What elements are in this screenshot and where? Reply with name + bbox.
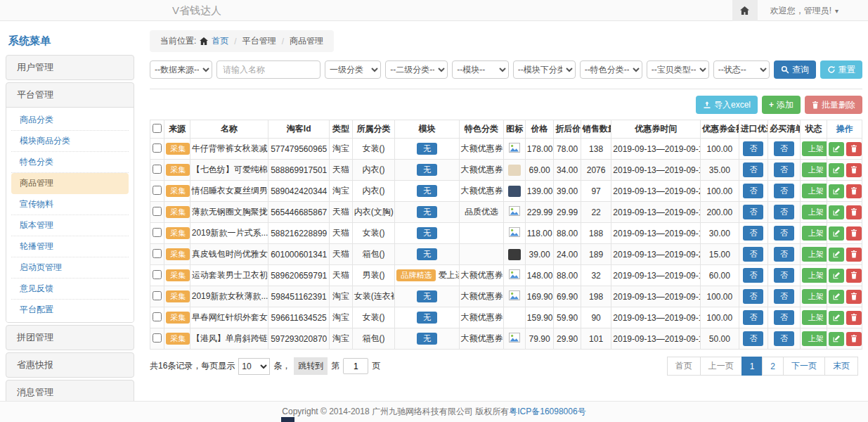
edit-button[interactable] — [829, 184, 844, 198]
filter-module-subcategory[interactable]: --模块下分类-- — [513, 60, 576, 79]
page-button-首页[interactable]: 首页 — [667, 357, 701, 376]
must-buy-toggle-button[interactable]: 否 — [774, 268, 794, 283]
icp-link[interactable]: 粤ICP备16098006号 — [509, 406, 585, 418]
sidebar-subitem-意见反馈[interactable]: 意见反馈 — [11, 279, 129, 300]
page-button-1[interactable]: 1 — [741, 357, 763, 376]
imported-toggle-button[interactable]: 否 — [743, 247, 763, 262]
edit-button[interactable] — [829, 163, 844, 177]
edit-button[interactable] — [829, 226, 844, 241]
horizontal-scrollbar-thumb[interactable] — [281, 417, 294, 422]
sidebar-item-平台管理[interactable]: 平台管理 — [6, 83, 134, 107]
edit-button[interactable] — [829, 142, 844, 156]
imported-toggle-button[interactable]: 否 — [743, 289, 763, 304]
page-button-2[interactable]: 2 — [762, 357, 784, 376]
delete-button[interactable] — [846, 226, 862, 241]
status-button[interactable]: 上架 — [802, 141, 827, 156]
must-buy-toggle-button[interactable]: 否 — [774, 162, 794, 177]
status-button[interactable]: 上架 — [802, 331, 827, 346]
delete-button[interactable] — [846, 290, 862, 304]
filter-data-source[interactable]: --数据来源-- — [150, 60, 212, 79]
delete-button[interactable] — [846, 311, 862, 325]
row-checkbox[interactable] — [153, 143, 162, 153]
delete-button[interactable] — [846, 205, 862, 219]
must-buy-toggle-button[interactable]: 否 — [774, 184, 794, 198]
sidebar-subitem-商品分类[interactable]: 商品分类 — [11, 110, 129, 131]
row-checkbox[interactable] — [153, 291, 162, 300]
user-menu[interactable]: 欢迎您，管理员! ▾ — [758, 0, 868, 21]
jump-page-input[interactable] — [343, 358, 368, 374]
delete-button[interactable] — [846, 142, 862, 156]
row-checkbox[interactable] — [153, 207, 162, 216]
must-buy-toggle-button[interactable]: 否 — [774, 331, 794, 346]
row-checkbox[interactable] — [153, 228, 162, 237]
select-all-checkbox[interactable] — [153, 124, 162, 133]
status-button[interactable]: 上架 — [802, 205, 827, 219]
imported-toggle-button[interactable]: 否 — [743, 205, 763, 219]
status-button[interactable]: 上架 — [802, 226, 827, 241]
sidebar-subitem-轮播管理[interactable]: 轮播管理 — [11, 236, 129, 257]
must-buy-toggle-button[interactable]: 否 — [774, 141, 794, 156]
delete-button[interactable] — [846, 248, 862, 262]
edit-button[interactable] — [829, 248, 844, 262]
page-button-上一页[interactable]: 上一页 — [700, 357, 742, 376]
status-button[interactable]: 上架 — [802, 310, 827, 325]
edit-button[interactable] — [829, 290, 844, 304]
page-button-下一页[interactable]: 下一页 — [783, 357, 825, 376]
imported-toggle-button[interactable]: 否 — [743, 184, 763, 198]
delete-button[interactable] — [846, 332, 862, 346]
delete-button[interactable] — [846, 184, 862, 198]
row-checkbox[interactable] — [153, 249, 162, 258]
page-button-末页[interactable]: 末页 — [824, 357, 858, 376]
imported-toggle-button[interactable]: 否 — [743, 141, 763, 156]
sidebar-subitem-平台配置[interactable]: 平台配置 — [11, 300, 129, 320]
must-buy-toggle-button[interactable]: 否 — [774, 226, 794, 241]
imported-toggle-button[interactable]: 否 — [743, 268, 763, 283]
status-button[interactable]: 上架 — [802, 268, 827, 283]
search-button[interactable]: 查询 — [774, 60, 816, 79]
edit-button[interactable] — [829, 311, 844, 325]
reset-button[interactable]: 重置 — [820, 60, 862, 79]
status-button[interactable]: 上架 — [802, 184, 827, 198]
imported-toggle-button[interactable]: 否 — [743, 331, 763, 346]
sidebar-subitem-版本管理[interactable]: 版本管理 — [11, 215, 129, 236]
jump-button[interactable]: 跳转到 — [294, 357, 328, 375]
row-checkbox[interactable] — [153, 186, 162, 195]
status-button[interactable]: 上架 — [802, 162, 827, 177]
import-excel-button[interactable]: 导入excel — [696, 96, 758, 114]
filter-level2-category[interactable]: --二级分类-- — [385, 60, 448, 79]
add-button[interactable]: + 添加 — [762, 96, 801, 114]
row-checkbox[interactable] — [153, 333, 162, 343]
sidebar-subitem-特色分类[interactable]: 特色分类 — [11, 152, 129, 173]
delete-button[interactable] — [846, 269, 862, 283]
must-buy-toggle-button[interactable]: 否 — [774, 247, 794, 262]
sidebar-item-用户管理[interactable]: 用户管理 — [6, 56, 134, 79]
home-button[interactable] — [732, 0, 758, 21]
row-checkbox[interactable] — [153, 270, 162, 279]
row-checkbox[interactable] — [153, 312, 162, 321]
must-buy-toggle-button[interactable]: 否 — [774, 310, 794, 325]
must-buy-toggle-button[interactable]: 否 — [774, 205, 794, 219]
edit-button[interactable] — [829, 205, 844, 219]
status-button[interactable]: 上架 — [802, 247, 827, 262]
filter-name-input[interactable] — [216, 60, 320, 79]
sidebar-subitem-宣传物料[interactable]: 宣传物料 — [11, 194, 129, 215]
sidebar-item-拼团管理[interactable]: 拼团管理 — [6, 326, 134, 350]
per-page-select[interactable]: 10 — [238, 358, 270, 375]
imported-toggle-button[interactable]: 否 — [743, 226, 763, 241]
filter-item-type[interactable]: --宝贝类型-- — [647, 60, 709, 79]
edit-button[interactable] — [829, 269, 844, 283]
imported-toggle-button[interactable]: 否 — [743, 162, 763, 177]
breadcrumb-home-link[interactable]: 首页 — [212, 35, 228, 47]
row-checkbox[interactable] — [153, 165, 162, 174]
filter-level1-category[interactable]: 一级分类 — [325, 60, 381, 79]
sidebar-subitem-商品管理[interactable]: 商品管理 — [11, 173, 129, 194]
sidebar-subitem-启动页管理[interactable]: 启动页管理 — [11, 257, 129, 279]
status-button[interactable]: 上架 — [802, 289, 827, 304]
filter-status[interactable]: --状态-- — [713, 60, 770, 79]
edit-button[interactable] — [829, 332, 844, 346]
sidebar-subitem-模块商品分类[interactable]: 模块商品分类 — [11, 131, 129, 152]
filter-module[interactable]: --模块-- — [452, 60, 508, 79]
delete-button[interactable] — [846, 163, 862, 177]
imported-toggle-button[interactable]: 否 — [743, 310, 763, 325]
sidebar-item-省惠快报[interactable]: 省惠快报 — [6, 353, 134, 377]
